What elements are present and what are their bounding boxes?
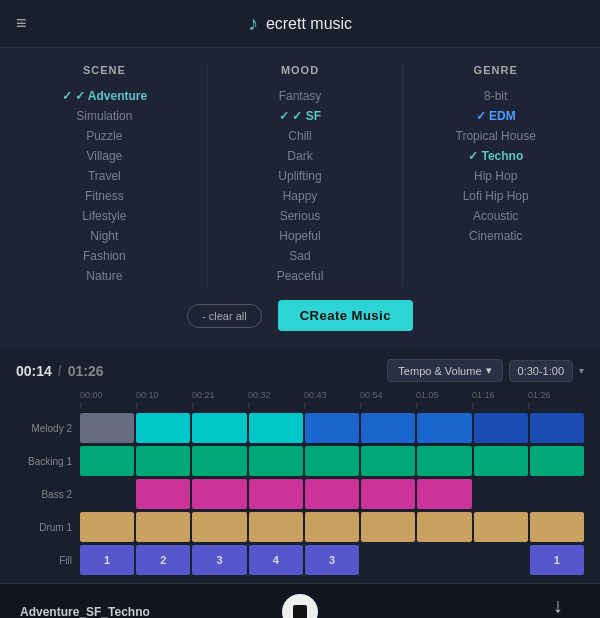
track-block[interactable]	[136, 512, 190, 542]
track-block[interactable]	[361, 413, 415, 443]
track-block[interactable]	[417, 545, 471, 575]
track-block[interactable]	[530, 479, 584, 509]
scene-item[interactable]: Fitness	[20, 186, 189, 206]
mood-column: MOOD Fantasy✓ SFChillDarkUpliftingHappyS…	[216, 64, 395, 286]
mood-item[interactable]: Peaceful	[216, 266, 385, 286]
track-block[interactable]	[136, 446, 190, 476]
track-block[interactable]	[136, 479, 190, 509]
genre-item[interactable]: 8-bit	[411, 86, 580, 106]
track-block[interactable]	[80, 479, 134, 509]
track-row: Fill123431	[16, 545, 584, 575]
selection-area: SCENE ✓ AdventureSimulationPuzzleVillage…	[0, 48, 600, 349]
scene-item[interactable]: Night	[20, 226, 189, 246]
mood-item[interactable]: Chill	[216, 126, 385, 146]
track-block[interactable]	[361, 512, 415, 542]
clear-all-button[interactable]: - clear all	[187, 304, 262, 328]
mood-item[interactable]: ✓ SF	[216, 106, 385, 126]
stop-button[interactable]	[282, 594, 318, 618]
mood-item[interactable]: Happy	[216, 186, 385, 206]
ruler-tick: 00:00	[80, 390, 136, 409]
mood-item[interactable]: Sad	[216, 246, 385, 266]
ruler-tick: 00:10	[136, 390, 192, 409]
scene-column: SCENE ✓ AdventureSimulationPuzzleVillage…	[20, 64, 199, 286]
scene-item[interactable]: Fashion	[20, 246, 189, 266]
track-block[interactable]	[249, 479, 303, 509]
time-separator: /	[58, 363, 62, 379]
track-block[interactable]	[192, 446, 246, 476]
track-block[interactable]	[530, 446, 584, 476]
ruler-tick: 01:26	[528, 390, 584, 409]
track-block[interactable]	[474, 446, 528, 476]
genre-item[interactable]: Lofi Hip Hop	[411, 186, 580, 206]
track-block[interactable]: 4	[249, 545, 303, 575]
track-block[interactable]	[417, 512, 471, 542]
track-block[interactable]	[417, 446, 471, 476]
track-block[interactable]	[305, 479, 359, 509]
track-block[interactable]: 3	[192, 545, 246, 575]
ruler-tick: 01:16	[472, 390, 528, 409]
track-block[interactable]	[361, 545, 415, 575]
footer-center	[282, 594, 318, 618]
ruler-tick: 00:21	[192, 390, 248, 409]
scene-item[interactable]: Travel	[20, 166, 189, 186]
track-block[interactable]	[192, 512, 246, 542]
track-blocks	[80, 413, 584, 443]
track-block[interactable]	[474, 479, 528, 509]
genre-item[interactable]: ✓ Techno	[411, 146, 580, 166]
scene-item[interactable]: ✓ Adventure	[20, 86, 189, 106]
track-block[interactable]	[249, 413, 303, 443]
track-block[interactable]	[80, 446, 134, 476]
track-blocks: 123431	[80, 545, 584, 575]
scene-item[interactable]: Nature	[20, 266, 189, 286]
track-blocks	[80, 512, 584, 542]
track-block[interactable]	[530, 512, 584, 542]
app-title: ecrett music	[266, 15, 352, 33]
track-block[interactable]	[474, 512, 528, 542]
track-block[interactable]: 3	[305, 545, 359, 575]
track-block[interactable]	[249, 446, 303, 476]
scene-item[interactable]: Simulation	[20, 106, 189, 126]
action-row: - clear all CReate Music	[20, 300, 580, 331]
scene-item[interactable]: Puzzle	[20, 126, 189, 146]
tempo-volume-button[interactable]: Tempo & Volume ▾	[387, 359, 502, 382]
mood-item[interactable]: Serious	[216, 206, 385, 226]
genre-column: GENRE 8-bit✓ EDMTropical House✓ TechnoHi…	[411, 64, 580, 286]
track-block[interactable]	[305, 512, 359, 542]
track-block[interactable]	[249, 512, 303, 542]
track-block[interactable]	[192, 413, 246, 443]
track-block[interactable]: 1	[530, 545, 584, 575]
track-block[interactable]	[417, 413, 471, 443]
genre-header: GENRE	[411, 64, 580, 76]
chevron-down-icon: ▾	[486, 364, 492, 377]
create-music-button[interactable]: CReate Music	[278, 300, 413, 331]
track-block[interactable]	[305, 413, 359, 443]
track-block[interactable]	[530, 413, 584, 443]
track-block[interactable]	[474, 413, 528, 443]
mood-item[interactable]: Fantasy	[216, 86, 385, 106]
track-block[interactable]	[417, 479, 471, 509]
genre-item[interactable]: Tropical House	[411, 126, 580, 146]
mood-header: MOOD	[216, 64, 385, 76]
mood-item[interactable]: Dark	[216, 146, 385, 166]
genre-item[interactable]: Acoustic	[411, 206, 580, 226]
track-block[interactable]: 2	[136, 545, 190, 575]
track-block[interactable]	[361, 446, 415, 476]
genre-item[interactable]: Cinematic	[411, 226, 580, 246]
track-block[interactable]	[80, 413, 134, 443]
genre-item[interactable]: ✓ EDM	[411, 106, 580, 126]
track-block[interactable]: 1	[80, 545, 134, 575]
track-block[interactable]	[361, 479, 415, 509]
track-block[interactable]	[474, 545, 528, 575]
track-block[interactable]	[136, 413, 190, 443]
track-block[interactable]	[192, 479, 246, 509]
track-block[interactable]	[305, 446, 359, 476]
download-button[interactable]: ↓ Download	[536, 594, 580, 618]
mood-item[interactable]: Uplifting	[216, 166, 385, 186]
genre-item[interactable]: Hip Hop	[411, 166, 580, 186]
menu-icon[interactable]: ≡	[16, 13, 27, 34]
scene-item[interactable]: Lifestyle	[20, 206, 189, 226]
current-time: 00:14	[16, 363, 52, 379]
track-block[interactable]	[80, 512, 134, 542]
scene-item[interactable]: Village	[20, 146, 189, 166]
mood-item[interactable]: Hopeful	[216, 226, 385, 246]
